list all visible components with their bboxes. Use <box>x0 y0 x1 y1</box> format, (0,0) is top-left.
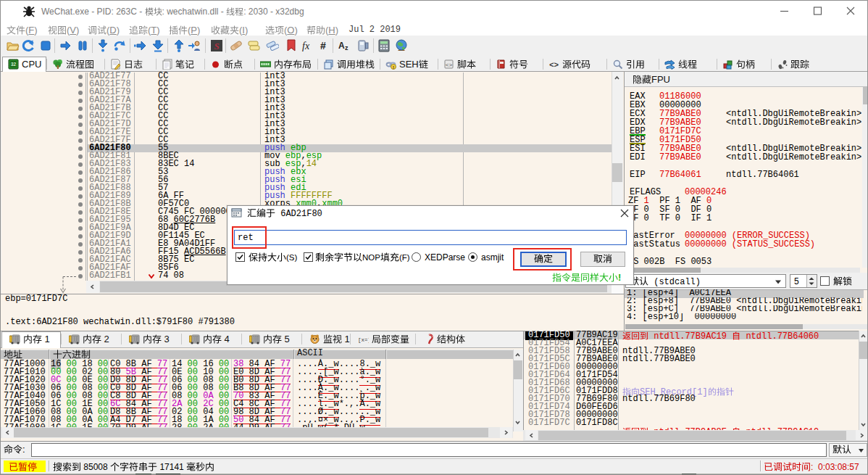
svg-text:z: z <box>345 44 349 51</box>
svg-text:<>: <> <box>549 61 559 70</box>
svg-text:<>: <> <box>446 62 453 68</box>
svg-text:S: S <box>214 41 219 51</box>
svg-text:!: ! <box>393 65 394 70</box>
svg-text:fx: fx <box>302 41 310 51</box>
svg-text:[x=]: [x=] <box>358 337 369 343</box>
svg-text:#: # <box>320 40 326 51</box>
svg-text:32: 32 <box>11 62 17 67</box>
svg-text:A: A <box>338 41 345 51</box>
